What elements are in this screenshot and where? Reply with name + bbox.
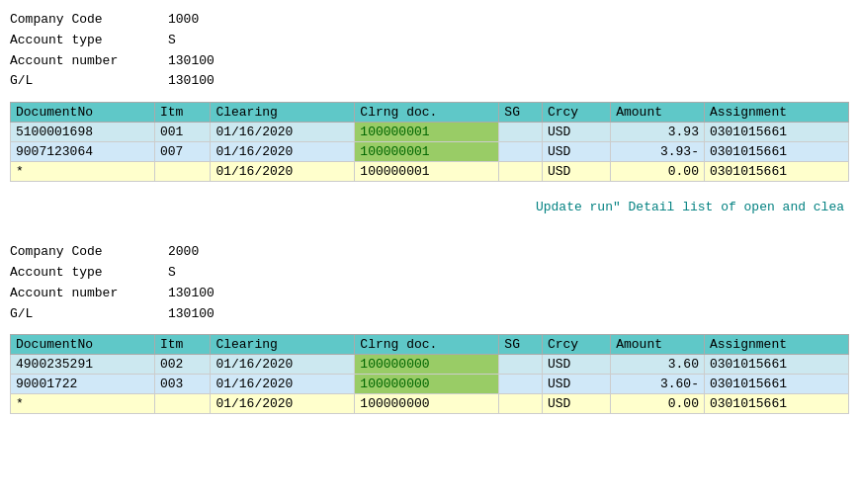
cell-docno: 5100001698 xyxy=(11,123,155,142)
col2-header-clrng-doc: Clrng doc. xyxy=(355,335,499,355)
cell-docno: 9007123064 xyxy=(11,142,155,162)
col-header-docno: DocumentNo xyxy=(11,103,155,123)
cell-itm xyxy=(154,394,210,414)
cell-amount: 3.93 xyxy=(611,123,705,142)
cell-itm: 003 xyxy=(154,375,210,394)
table-row: 9000172200301/16/2020100000000USD3.60-03… xyxy=(11,375,849,394)
section-divider xyxy=(10,222,849,242)
cell-amount: 3.60 xyxy=(611,355,705,375)
table1-header-row: DocumentNo Itm Clearing Clrng doc. SG Cr… xyxy=(11,103,849,123)
col-header-clrng-doc: Clrng doc. xyxy=(355,103,499,123)
col2-header-docno: DocumentNo xyxy=(11,335,155,355)
cell-crcy: USD xyxy=(542,142,610,162)
cell-assignment: 0301015661 xyxy=(704,394,848,414)
cell-crcy: USD xyxy=(542,162,610,182)
account-number-label2: Account number xyxy=(10,284,168,304)
cell-amount: 0.00 xyxy=(611,162,705,182)
col2-header-sg: SG xyxy=(499,335,543,355)
gl-row2: G/L 130100 xyxy=(10,304,849,325)
table2-header-row: DocumentNo Itm Clearing Clrng doc. SG Cr… xyxy=(11,335,849,355)
cell-clearing: 01/16/2020 xyxy=(211,375,355,394)
cell-crcy: USD xyxy=(542,375,610,394)
account-type-row: Account type S xyxy=(10,31,849,51)
cell-itm: 001 xyxy=(154,123,210,142)
table-row: 490023529100201/16/2020100000000USD3.600… xyxy=(11,355,849,375)
table2: DocumentNo Itm Clearing Clrng doc. SG Cr… xyxy=(10,334,849,414)
company-code-value: 1000 xyxy=(168,10,199,31)
cell-assignment: 0301015661 xyxy=(704,355,848,375)
cell-clearing: 01/16/2020 xyxy=(211,142,355,162)
section1-info: Company Code 1000 Account type S Account… xyxy=(10,10,849,92)
cell-itm xyxy=(154,162,210,182)
cell-clearing: 01/16/2020 xyxy=(211,394,355,414)
cell-sg xyxy=(499,123,543,142)
cell-sg xyxy=(499,394,543,414)
company-code-value2: 2000 xyxy=(168,242,199,263)
table1: DocumentNo Itm Clearing Clrng doc. SG Cr… xyxy=(10,102,849,182)
cell-crcy: USD xyxy=(542,123,610,142)
cell-sg xyxy=(499,355,543,375)
account-type-value2: S xyxy=(168,263,176,284)
account-number-row2: Account number 130100 xyxy=(10,284,849,304)
company-code-row: Company Code 1000 xyxy=(10,10,849,31)
account-number-value: 130100 xyxy=(168,51,215,72)
account-number-label: Account number xyxy=(10,51,168,72)
cell-clrng-doc: 100000001 xyxy=(355,162,499,182)
cell-itm: 007 xyxy=(154,142,210,162)
cell-clrng-doc: 100000001 xyxy=(355,123,499,142)
cell-sg xyxy=(499,142,543,162)
col2-header-crcy: Crcy xyxy=(542,335,610,355)
account-type-row2: Account type S xyxy=(10,263,849,284)
cell-amount: 3.60- xyxy=(611,375,705,394)
col-header-crcy: Crcy xyxy=(542,103,610,123)
account-number-row: Account number 130100 xyxy=(10,51,849,72)
cell-clrng-doc: 100000000 xyxy=(355,375,499,394)
cell-clearing: 01/16/2020 xyxy=(211,162,355,182)
account-type-value: S xyxy=(168,31,176,51)
cell-docno: 90001722 xyxy=(11,375,155,394)
cell-sg xyxy=(499,375,543,394)
gl-row: G/L 130100 xyxy=(10,71,849,92)
col2-header-clearing: Clearing xyxy=(211,335,355,355)
cell-assignment: 0301015661 xyxy=(704,142,848,162)
cell-clrng-doc: 100000001 xyxy=(355,142,499,162)
cell-assignment: 0301015661 xyxy=(704,162,848,182)
table-row: 510000169800101/16/2020100000001USD3.930… xyxy=(11,123,849,142)
company-code-row2: Company Code 2000 xyxy=(10,242,849,263)
cell-itm: 002 xyxy=(154,355,210,375)
company-code-label2: Company Code xyxy=(10,242,168,263)
account-number-value2: 130100 xyxy=(168,284,215,304)
gl-label2: G/L xyxy=(10,304,168,325)
section2-info: Company Code 2000 Account type S Account… xyxy=(10,242,849,324)
account-type-label2: Account type xyxy=(10,263,168,284)
table-row: *01/16/2020100000001USD0.000301015661 xyxy=(11,162,849,182)
table-row: *01/16/2020100000000USD0.000301015661 xyxy=(11,394,849,414)
col-header-amount: Amount xyxy=(611,103,705,123)
cell-clrng-doc: 100000000 xyxy=(355,394,499,414)
cell-clearing: 01/16/2020 xyxy=(211,355,355,375)
update-run-text: Update run" Detail list of open and clea xyxy=(10,192,849,222)
cell-crcy: USD xyxy=(542,355,610,375)
cell-assignment: 0301015661 xyxy=(704,375,848,394)
col-header-assignment: Assignment xyxy=(704,103,848,123)
cell-assignment: 0301015661 xyxy=(704,123,848,142)
cell-docno: * xyxy=(11,394,155,414)
gl-label: G/L xyxy=(10,71,168,92)
cell-sg xyxy=(499,162,543,182)
col-header-itm: Itm xyxy=(154,103,210,123)
company-code-label: Company Code xyxy=(10,10,168,31)
gl-value: 130100 xyxy=(168,71,215,92)
cell-clearing: 01/16/2020 xyxy=(211,123,355,142)
cell-docno: 4900235291 xyxy=(11,355,155,375)
cell-docno: * xyxy=(11,162,155,182)
col-header-clearing: Clearing xyxy=(211,103,355,123)
cell-amount: 3.93- xyxy=(611,142,705,162)
account-type-label: Account type xyxy=(10,31,168,51)
gl-value2: 130100 xyxy=(168,304,215,325)
cell-crcy: USD xyxy=(542,394,610,414)
col2-header-itm: Itm xyxy=(154,335,210,355)
cell-clrng-doc: 100000000 xyxy=(355,355,499,375)
cell-amount: 0.00 xyxy=(611,394,705,414)
table-row: 900712306400701/16/2020100000001USD3.93-… xyxy=(11,142,849,162)
col-header-sg: SG xyxy=(499,103,543,123)
